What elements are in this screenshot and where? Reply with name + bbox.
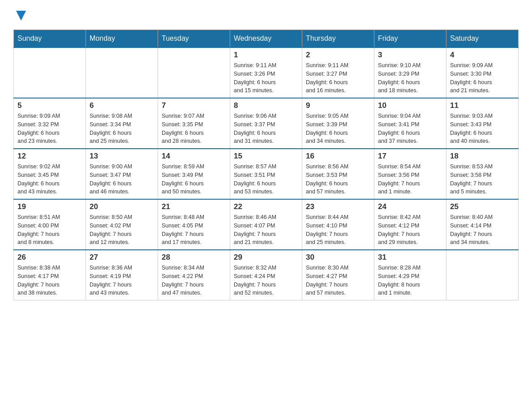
calendar-cell: 26Sunrise: 8:38 AMSunset: 4:17 PMDayligh… [14,250,86,300]
day-info: Sunrise: 8:59 AMSunset: 3:49 PMDaylight:… [162,163,226,196]
day-number: 3 [378,51,442,60]
day-info: Sunrise: 9:07 AMSunset: 3:35 PMDaylight:… [162,112,226,146]
day-number: 26 [17,253,82,262]
page-header [13,9,519,21]
day-number: 29 [234,253,298,262]
day-info: Sunrise: 8:57 AMSunset: 3:51 PMDaylight:… [234,163,298,196]
day-info: Sunrise: 8:34 AMSunset: 4:22 PMDaylight:… [162,264,226,297]
day-number: 1 [234,51,298,60]
calendar-cell [158,47,230,98]
calendar-cell: 16Sunrise: 8:56 AMSunset: 3:53 PMDayligh… [302,149,374,199]
calendar-cell [86,47,158,98]
day-number: 18 [450,152,515,161]
calendar-cell: 1Sunrise: 9:11 AMSunset: 3:26 PMDaylight… [230,47,302,98]
day-number: 11 [450,101,515,110]
logo-icon [13,9,27,21]
calendar-header: SundayMondayTuesdayWednesdayThursdayFrid… [14,30,519,48]
calendar-cell: 11Sunrise: 9:03 AMSunset: 3:43 PMDayligh… [446,98,519,149]
calendar-cell: 22Sunrise: 8:46 AMSunset: 4:07 PMDayligh… [230,199,302,250]
day-number: 2 [306,51,370,60]
week-row-1: 1Sunrise: 9:11 AMSunset: 3:26 PMDaylight… [14,47,519,98]
day-info: Sunrise: 8:53 AMSunset: 3:58 PMDaylight:… [450,163,515,196]
calendar-table: SundayMondayTuesdayWednesdayThursdayFrid… [13,30,519,300]
day-info: Sunrise: 8:50 AMSunset: 4:02 PMDaylight:… [90,213,154,247]
calendar-cell: 10Sunrise: 9:04 AMSunset: 3:41 PMDayligh… [374,98,446,149]
calendar-cell: 23Sunrise: 8:44 AMSunset: 4:10 PMDayligh… [302,199,374,250]
day-info: Sunrise: 9:11 AMSunset: 3:26 PMDaylight:… [234,61,298,95]
day-info: Sunrise: 8:40 AMSunset: 4:14 PMDaylight:… [450,213,515,247]
week-row-4: 19Sunrise: 8:51 AMSunset: 4:00 PMDayligh… [14,199,519,250]
day-info: Sunrise: 8:42 AMSunset: 4:12 PMDaylight:… [378,213,442,247]
day-number: 6 [90,101,154,110]
logo [13,9,27,21]
calendar-cell: 6Sunrise: 9:08 AMSunset: 3:34 PMDaylight… [86,98,158,149]
day-number: 14 [162,152,226,161]
day-number: 8 [234,101,298,110]
day-info: Sunrise: 9:08 AMSunset: 3:34 PMDaylight:… [90,112,154,146]
calendar-cell: 21Sunrise: 8:48 AMSunset: 4:05 PMDayligh… [158,199,230,250]
day-info: Sunrise: 9:09 AMSunset: 3:30 PMDaylight:… [450,61,515,95]
day-info: Sunrise: 9:11 AMSunset: 3:27 PMDaylight:… [306,61,370,95]
day-info: Sunrise: 9:04 AMSunset: 3:41 PMDaylight:… [378,112,442,146]
calendar-cell: 9Sunrise: 9:05 AMSunset: 3:39 PMDaylight… [302,98,374,149]
svg-marker-0 [16,11,26,21]
calendar-cell: 28Sunrise: 8:34 AMSunset: 4:22 PMDayligh… [158,250,230,300]
day-number: 15 [234,152,298,161]
day-number: 10 [378,101,442,110]
day-info: Sunrise: 9:09 AMSunset: 3:32 PMDaylight:… [17,112,82,146]
day-number: 19 [17,202,82,211]
day-info: Sunrise: 9:00 AMSunset: 3:47 PMDaylight:… [90,163,154,196]
day-info: Sunrise: 9:02 AMSunset: 3:45 PMDaylight:… [17,163,82,196]
day-number: 23 [306,202,370,211]
day-info: Sunrise: 8:44 AMSunset: 4:10 PMDaylight:… [306,213,370,247]
day-info: Sunrise: 9:06 AMSunset: 3:37 PMDaylight:… [234,112,298,146]
calendar-cell [14,47,86,98]
day-number: 28 [162,253,226,262]
day-info: Sunrise: 8:36 AMSunset: 4:19 PMDaylight:… [90,264,154,297]
day-info: Sunrise: 8:30 AMSunset: 4:27 PMDaylight:… [306,264,370,297]
calendar-cell: 24Sunrise: 8:42 AMSunset: 4:12 PMDayligh… [374,199,446,250]
day-number: 24 [378,202,442,211]
header-thursday: Thursday [302,30,374,48]
day-number: 25 [450,202,515,211]
calendar-cell: 20Sunrise: 8:50 AMSunset: 4:02 PMDayligh… [86,199,158,250]
day-info: Sunrise: 8:38 AMSunset: 4:17 PMDaylight:… [17,264,82,297]
week-row-2: 5Sunrise: 9:09 AMSunset: 3:32 PMDaylight… [14,98,519,149]
day-info: Sunrise: 8:54 AMSunset: 3:56 PMDaylight:… [378,163,442,196]
day-number: 17 [378,152,442,161]
calendar-cell: 31Sunrise: 8:28 AMSunset: 4:29 PMDayligh… [374,250,446,300]
header-wednesday: Wednesday [230,30,302,48]
day-info: Sunrise: 9:05 AMSunset: 3:39 PMDaylight:… [306,112,370,146]
calendar-cell: 30Sunrise: 8:30 AMSunset: 4:27 PMDayligh… [302,250,374,300]
week-row-3: 12Sunrise: 9:02 AMSunset: 3:45 PMDayligh… [14,149,519,199]
week-row-5: 26Sunrise: 8:38 AMSunset: 4:17 PMDayligh… [14,250,519,300]
calendar-cell: 13Sunrise: 9:00 AMSunset: 3:47 PMDayligh… [86,149,158,199]
day-number: 22 [234,202,298,211]
day-info: Sunrise: 9:10 AMSunset: 3:29 PMDaylight:… [378,61,442,95]
day-info: Sunrise: 8:56 AMSunset: 3:53 PMDaylight:… [306,163,370,196]
calendar-cell: 29Sunrise: 8:32 AMSunset: 4:24 PMDayligh… [230,250,302,300]
calendar-cell: 15Sunrise: 8:57 AMSunset: 3:51 PMDayligh… [230,149,302,199]
calendar-body: 1Sunrise: 9:11 AMSunset: 3:26 PMDaylight… [14,47,519,300]
day-number: 31 [378,253,442,262]
calendar-cell: 8Sunrise: 9:06 AMSunset: 3:37 PMDaylight… [230,98,302,149]
header-saturday: Saturday [446,30,519,48]
calendar-cell: 17Sunrise: 8:54 AMSunset: 3:56 PMDayligh… [374,149,446,199]
calendar-cell: 18Sunrise: 8:53 AMSunset: 3:58 PMDayligh… [446,149,519,199]
day-info: Sunrise: 8:48 AMSunset: 4:05 PMDaylight:… [162,213,226,247]
calendar-cell: 25Sunrise: 8:40 AMSunset: 4:14 PMDayligh… [446,199,519,250]
day-number: 30 [306,253,370,262]
header-friday: Friday [374,30,446,48]
day-info: Sunrise: 8:32 AMSunset: 4:24 PMDaylight:… [234,264,298,297]
header-sunday: Sunday [14,30,86,48]
day-number: 7 [162,101,226,110]
header-tuesday: Tuesday [158,30,230,48]
day-number: 27 [90,253,154,262]
calendar-cell: 27Sunrise: 8:36 AMSunset: 4:19 PMDayligh… [86,250,158,300]
calendar-cell: 19Sunrise: 8:51 AMSunset: 4:00 PMDayligh… [14,199,86,250]
day-number: 13 [90,152,154,161]
day-info: Sunrise: 8:46 AMSunset: 4:07 PMDaylight:… [234,213,298,247]
calendar-cell: 4Sunrise: 9:09 AMSunset: 3:30 PMDaylight… [446,47,519,98]
header-row: SundayMondayTuesdayWednesdayThursdayFrid… [14,30,519,48]
day-info: Sunrise: 8:51 AMSunset: 4:00 PMDaylight:… [17,213,82,247]
